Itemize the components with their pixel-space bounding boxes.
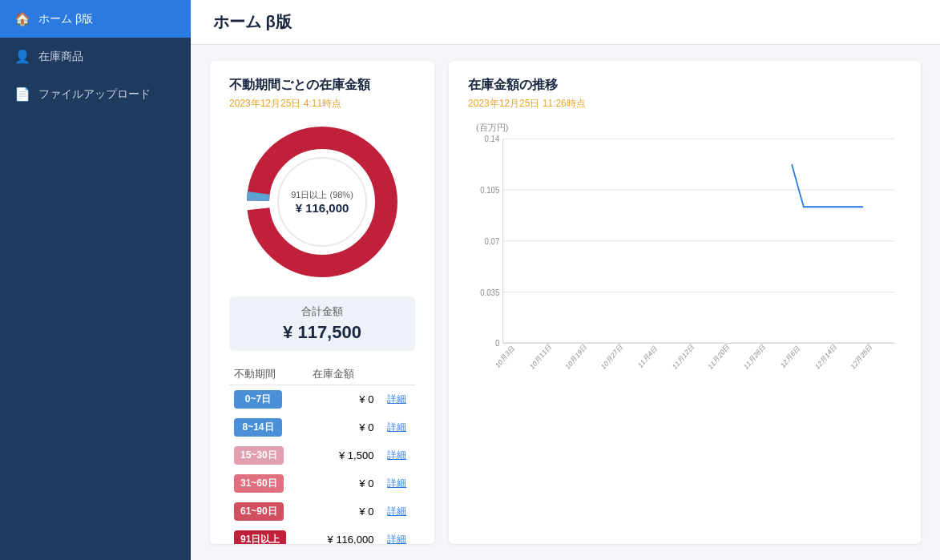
svg-text:10月27日: 10月27日 [600,342,624,372]
amount-cell: ¥ 0 [308,413,378,441]
svg-point-2 [274,154,370,250]
col-header-amount: 在庫金額 [308,364,378,385]
svg-text:0.14: 0.14 [485,134,500,144]
period-cell: 31~60日 [229,469,308,498]
donut-chart-container: 91日以上 (98%) ¥ 116,000 [229,122,415,282]
svg-text:12月6日: 12月6日 [780,344,801,370]
sidebar-item-inventory-label: 在庫商品 [38,50,83,64]
svg-text:0.035: 0.035 [480,287,499,297]
total-box: 合計金額 ¥ 117,500 [229,296,415,351]
left-card-title: 不動期間ごとの在庫金額 [229,77,415,94]
left-card-subtitle: 2023年12月25日 4:11時点 [229,97,415,111]
svg-text:10月19日: 10月19日 [564,342,588,372]
detail-link[interactable]: 詳細 [378,498,415,526]
amount-cell: ¥ 0 [308,498,378,526]
inventory-period-card: 不動期間ごとの在庫金額 2023年12月25日 4:11時点 91日以上 (98… [210,61,434,544]
svg-text:10月11日: 10月11日 [529,342,553,372]
right-card-subtitle: 2023年12月25日 11:26時点 [468,97,902,111]
amount-cell: ¥ 116,000 [308,526,378,544]
content-area: 不動期間ごとの在庫金額 2023年12月25日 4:11時点 91日以上 (98… [191,45,940,560]
amount-cell: ¥ 0 [308,385,378,414]
detail-link[interactable]: 詳細 [378,526,415,544]
table-row: 0~7日¥ 0詳細 [229,385,415,414]
svg-text:11月20日: 11月20日 [707,342,731,372]
y-axis-label: (百万円) [476,122,508,134]
upload-icon: 📄 [14,87,30,102]
col-header-period: 不動期間 [229,364,308,385]
detail-link[interactable]: 詳細 [378,441,415,469]
inventory-trend-card: 在庫金額の推移 2023年12月25日 11:26時点 (百万円) 0.1 [449,61,921,544]
right-card-title: 在庫金額の推移 [468,77,902,94]
svg-text:0: 0 [495,338,499,348]
svg-text:12月25日: 12月25日 [849,342,873,372]
total-value: ¥ 117,500 [242,322,402,343]
sidebar-item-home-label: ホーム β版 [38,12,93,26]
sidebar: 🏠 ホーム β版 👤 在庫商品 📄 ファイルアップロード [0,0,191,560]
page-title: ホーム β版 [213,13,292,30]
amount-cell: ¥ 0 [308,469,378,498]
svg-text:0.105: 0.105 [480,184,499,195]
donut-chart [242,122,402,282]
line-chart-svg: 0.14 0.105 0.07 0.035 0 10月3日 10月11日 10月… [468,122,902,394]
sidebar-item-upload-label: ファイルアップロード [38,87,151,102]
period-cell: 61~90日 [229,498,308,526]
page-header: ホーム β版 [191,0,940,45]
home-icon: 🏠 [14,11,30,26]
svg-text:11月12日: 11月12日 [672,342,696,372]
sidebar-item-upload[interactable]: 📄 ファイルアップロード [0,75,191,113]
table-row: 15~30日¥ 1,500詳細 [229,441,415,469]
table-row: 91日以上¥ 116,000詳細 [229,526,415,544]
line-chart-area: (百万円) 0.14 0.105 0.07 0.035 [468,122,902,394]
detail-link[interactable]: 詳細 [378,385,415,414]
svg-text:11月4日: 11月4日 [637,344,659,370]
sidebar-item-inventory[interactable]: 👤 在庫商品 [0,38,191,75]
detail-link[interactable]: 詳細 [378,413,415,441]
total-label: 合計金額 [242,304,402,319]
svg-text:0.07: 0.07 [485,236,500,246]
table-row: 61~90日¥ 0詳細 [229,498,415,526]
period-cell: 91日以上 [229,526,308,544]
period-cell: 0~7日 [229,385,308,414]
inventory-icon: 👤 [14,49,30,64]
period-cell: 8~14日 [229,413,308,441]
sidebar-item-home[interactable]: 🏠 ホーム β版 [0,0,191,38]
table-row: 31~60日¥ 0詳細 [229,469,415,498]
inventory-table: 不動期間 在庫金額 0~7日¥ 0詳細8~14日¥ 0詳細15~30日¥ 1,5… [229,364,415,544]
detail-link[interactable]: 詳細 [378,469,415,498]
main-content: ホーム β版 不動期間ごとの在庫金額 2023年12月25日 4:11時点 [191,0,940,560]
period-cell: 15~30日 [229,441,308,469]
svg-text:11月28日: 11月28日 [743,342,767,372]
amount-cell: ¥ 1,500 [308,441,378,469]
col-header-detail [378,364,415,385]
table-row: 8~14日¥ 0詳細 [229,413,415,441]
svg-text:12月14日: 12月14日 [814,342,838,372]
